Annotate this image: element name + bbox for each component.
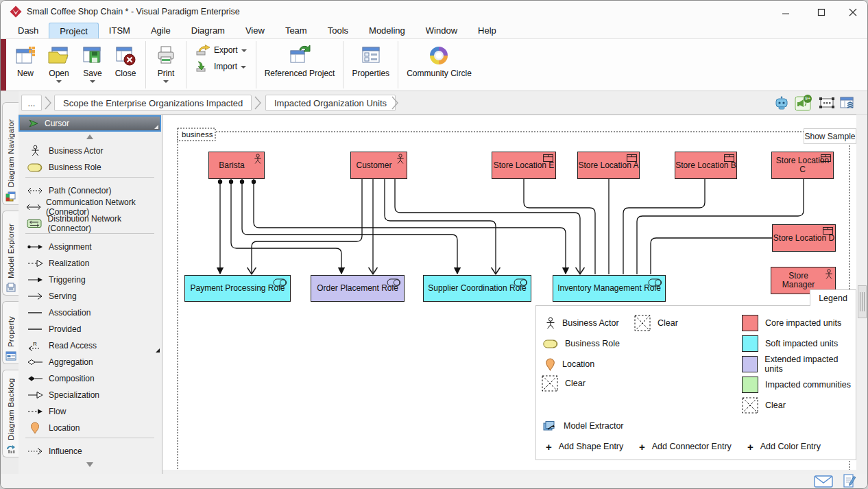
legend-shape-clear[interactable]: Clear	[542, 373, 586, 394]
layers-panel-button[interactable]	[839, 95, 856, 111]
legend-soft-impacted[interactable]: Soft impacted units	[742, 333, 838, 354]
menu-agile[interactable]: Agile	[141, 23, 181, 38]
tab-diagram-navigator[interactable]: Diagram Navigator	[2, 102, 19, 205]
save-button[interactable]: Save	[76, 39, 109, 91]
new-button[interactable]: New	[9, 39, 42, 91]
import-dropdown-caret-icon[interactable]	[241, 66, 246, 69]
palette-distribution-network[interactable]: Distribution Network (Connector)	[19, 215, 161, 232]
tab-diagram-backlog[interactable]: Diagram Backlog	[2, 370, 19, 457]
legend-color-clear[interactable]: Clear	[742, 395, 786, 416]
connector-customer-inventory[interactable]	[395, 179, 580, 274]
node-store-location-c[interactable]: Store Location C	[771, 152, 834, 179]
palette-composition[interactable]: Composition	[19, 370, 161, 387]
node-inventory-management-role[interactable]: Inventory Management Role	[553, 275, 666, 302]
palette-triggering[interactable]: Triggering	[19, 272, 161, 288]
palette-scroll-down[interactable]	[19, 462, 161, 467]
palette-business-role[interactable]: Business Role	[19, 159, 161, 176]
menu-team[interactable]: Team	[275, 23, 317, 38]
palette-location[interactable]: Location	[19, 420, 161, 436]
palette-path-connector[interactable]: Path (Connector)	[19, 182, 161, 199]
palette-provided[interactable]: Provided	[19, 321, 161, 337]
legend-location[interactable]: Location	[545, 354, 594, 374]
palette-serving[interactable]: Serving	[19, 288, 161, 305]
legend-core-impacted[interactable]: Core impacted units	[742, 313, 841, 333]
palette-business-actor[interactable]: Business Actor	[19, 143, 161, 159]
canvas-vertical-scrollbar[interactable]	[858, 285, 867, 318]
connector-customer-payment[interactable]	[252, 179, 362, 274]
legend-model-extractor[interactable]: Model Extractor	[543, 416, 624, 436]
close-button[interactable]: Close	[109, 39, 142, 91]
menu-itsm[interactable]: ITSM	[99, 23, 141, 38]
legend-impacted-communities[interactable]: Impacted communities	[742, 374, 851, 395]
message-button[interactable]	[814, 475, 833, 489]
connector-storeD-inventory[interactable]	[651, 238, 772, 274]
legend-connector-clear[interactable]: Clear	[634, 313, 678, 333]
menu-dash[interactable]: Dash	[8, 23, 49, 38]
node-barista[interactable]: Barista	[208, 152, 265, 179]
print-dropdown-caret-icon[interactable]	[163, 80, 169, 83]
assistant-bot-button[interactable]	[773, 95, 791, 111]
properties-button[interactable]: Properties	[347, 39, 394, 91]
show-sample-button[interactable]: Show Sample	[804, 128, 856, 144]
node-supplier-coordination-role[interactable]: Supplier Coordination Role	[423, 275, 531, 302]
export-button[interactable]: Export	[195, 45, 247, 56]
legend-business-actor[interactable]: Business Actor	[546, 313, 619, 333]
add-shape-entry-button[interactable]: + Add Shape Entry	[546, 436, 623, 457]
menu-help[interactable]: Help	[468, 23, 507, 38]
menu-tools[interactable]: Tools	[317, 23, 359, 38]
palette-assignment[interactable]: Assignment	[19, 239, 161, 255]
menu-project[interactable]: Project	[49, 23, 98, 38]
community-circle-button[interactable]: Community Circle	[402, 39, 477, 91]
add-connector-entry-button[interactable]: + Add Connector Entry	[639, 436, 732, 457]
connector-barista-supplier[interactable]	[242, 179, 457, 274]
legend-business-role[interactable]: Business Role	[543, 333, 620, 354]
announcements-button[interactable]: 9+	[795, 95, 812, 111]
breadcrumb-item-scope[interactable]: Scope the Enterprise Organizations Impac…	[54, 95, 252, 111]
tab-model-explorer[interactable]: Model Explorer	[2, 211, 19, 296]
edit-notes-button[interactable]	[843, 474, 856, 489]
node-store-location-a[interactable]: Store Location A	[577, 152, 640, 179]
palette-cursor-tool[interactable]: Cursor	[19, 115, 161, 132]
node-store-location-d[interactable]: Store Location D	[772, 224, 836, 252]
palette-communication-network[interactable]: Communication Network (Connector)	[19, 199, 161, 215]
close-window-button[interactable]	[841, 5, 865, 20]
breadcrumb-item-impacted[interactable]: Impacted Organization Units	[265, 95, 396, 111]
palette-realization[interactable]: Realization	[19, 255, 161, 272]
add-color-entry-button[interactable]: + Add Color Entry	[747, 436, 821, 457]
palette-association[interactable]: Association	[19, 305, 161, 321]
legend-extended-impacted[interactable]: Extended impacted units	[742, 354, 856, 374]
menu-modeling[interactable]: Modeling	[359, 23, 415, 38]
open-dropdown-caret-icon[interactable]	[56, 80, 62, 83]
node-store-location-b[interactable]: Store Location B	[675, 152, 737, 179]
open-button[interactable]: Open	[42, 39, 76, 91]
menu-diagram[interactable]: Diagram	[181, 23, 235, 38]
palette-aggregation[interactable]: Aggregation	[19, 354, 161, 370]
node-store-location-e[interactable]: Store Location E	[492, 152, 556, 179]
diagram-canvas[interactable]: business	[162, 115, 856, 470]
maximize-button[interactable]	[810, 5, 833, 20]
menu-view[interactable]: View	[235, 23, 275, 38]
palette-flow[interactable]: Flow	[19, 403, 161, 420]
palette-read-access[interactable]: R Read Access	[19, 337, 161, 354]
connector-barista-inventory[interactable]	[254, 179, 566, 274]
legend-title-tab[interactable]: Legend	[810, 289, 856, 306]
palette-specialization[interactable]: Specialization	[19, 387, 161, 403]
palette-influence[interactable]: Influence	[19, 443, 161, 460]
node-payment-processing-role[interactable]: Payment Processing Role	[184, 275, 291, 302]
palette-scroll-up[interactable]	[19, 134, 161, 139]
print-button[interactable]: Print	[149, 39, 182, 91]
connector-barista-order[interactable]	[231, 179, 341, 274]
node-customer[interactable]: Customer	[350, 152, 407, 179]
connector-storeE-inventory[interactable]	[524, 179, 595, 274]
breadcrumb-root[interactable]: ...	[21, 95, 42, 111]
node-order-placement-role[interactable]: Order Placement Role	[311, 275, 405, 302]
export-dropdown-caret-icon[interactable]	[241, 49, 247, 52]
connector-storeB-inventory[interactable]	[623, 179, 705, 274]
save-dropdown-caret-icon[interactable]	[90, 80, 95, 83]
import-button[interactable]: Import	[195, 61, 247, 72]
fit-selection-button[interactable]	[818, 95, 836, 111]
referenced-project-button[interactable]: Referenced Project	[260, 39, 340, 91]
menu-window[interactable]: Window	[415, 23, 468, 38]
minimize-button[interactable]	[774, 5, 797, 20]
tab-property[interactable]: Property	[2, 301, 19, 364]
